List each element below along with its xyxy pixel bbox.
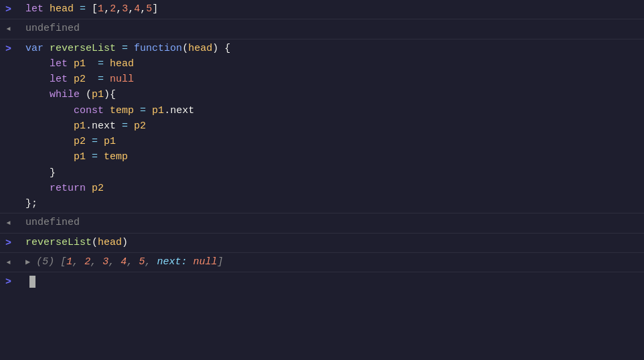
bottom-prompt-line[interactable]: > <box>0 272 644 291</box>
code-content-1: let head = [1,2,3,4,5] <box>25 1 158 17</box>
code-line-close-fn: }; <box>25 196 644 211</box>
output-line-1: ◂ undefined <box>0 19 644 39</box>
code-line-temp: const temp = p1.next <box>25 103 644 118</box>
bottom-prompt: > <box>5 274 21 290</box>
code-line-p2: let p2 = null <box>25 72 644 87</box>
code-line-p1: let p1 = head <box>25 56 644 72</box>
code-block-main: var reverseList = function(head) { let p… <box>25 41 644 212</box>
code-content-3: reverseList(head) <box>25 235 128 250</box>
output-line-2: ◂ undefined <box>0 213 644 233</box>
input-line-1: > let head = [1,2,3,4,5] <box>0 0 644 19</box>
input-line-3: > reverseList(head) <box>0 234 644 253</box>
prompt-out-2: ◂ <box>5 215 21 231</box>
input-line-2: > var reverseList = function(head) { let… <box>0 39 644 212</box>
output-content-1: undefined <box>25 21 80 36</box>
code-line-p2p1: p2 = p1 <box>25 134 644 149</box>
code-line-while: while (p1){ <box>25 87 644 102</box>
code-line-p1temp: p1 = temp <box>25 149 644 165</box>
code-line-return: return p2 <box>25 181 644 196</box>
code-line-close-while: } <box>25 165 644 181</box>
prompt-out-3: ◂ <box>5 254 21 270</box>
output-line-3: ◂ ▶ (5) [1, 2, 3, 4, 5, next: null] <box>0 253 644 272</box>
prompt-out-1: ◂ <box>5 21 21 37</box>
cursor <box>29 276 35 288</box>
prompt-in-2: > <box>5 41 21 57</box>
prompt-in-1: > <box>5 1 21 17</box>
code-line-fn: var reverseList = function(head) { <box>25 41 644 56</box>
output-content-2: undefined <box>25 215 80 230</box>
prompt-in-3: > <box>5 235 21 251</box>
output-content-3: ▶ (5) [1, 2, 3, 4, 5, next: null] <box>25 254 223 270</box>
code-line-p1next: p1.next = p2 <box>25 118 644 134</box>
console-panel: > let head = [1,2,3,4,5] ◂ undefined > v… <box>0 0 644 360</box>
